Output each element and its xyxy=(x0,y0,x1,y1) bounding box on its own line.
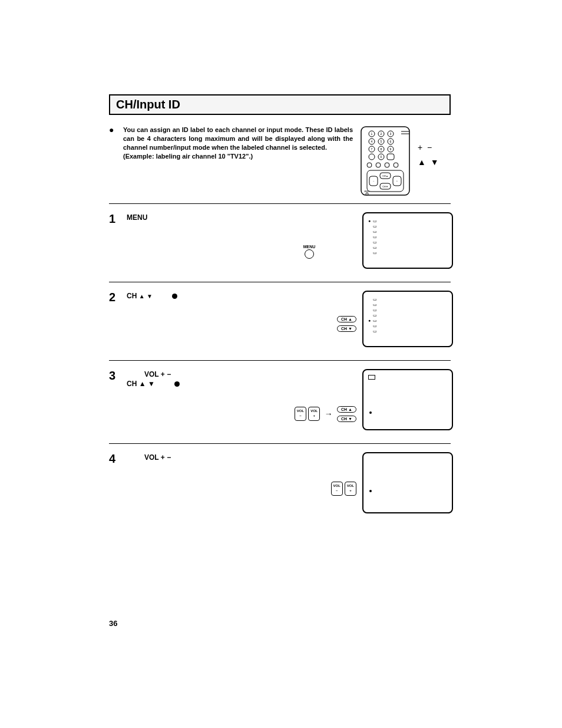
manual-page: CH/Input ID ● You can assign an ID label… xyxy=(0,0,562,728)
svg-point-25 xyxy=(385,163,389,167)
svg-text:4: 4 xyxy=(371,140,373,143)
screen-preview xyxy=(362,452,451,513)
remote-buttons: CH ▲ CH ▼ xyxy=(262,291,356,333)
osd-menu-list: ●▭ ▭ ▭ ▭ ▭ ▭ ▭ xyxy=(368,218,377,255)
svg-text:5: 5 xyxy=(381,140,382,143)
step-2: 2 CH ▲ ▼ CH ▲ CH ▼ ▭ xyxy=(109,282,451,360)
intro-text: You can assign an ID label to each chann… xyxy=(123,126,353,160)
vol-plus-button-icon: VOL+ xyxy=(345,482,356,496)
osd-content xyxy=(368,375,375,380)
remote-buttons: VOL– VOL+ xyxy=(262,452,356,496)
svg-text:0: 0 xyxy=(381,155,382,159)
svg-text:6: 6 xyxy=(390,140,392,143)
step-body: VOL + − CH ▲ ▼ xyxy=(127,369,262,388)
svg-text:CH▼: CH▼ xyxy=(382,185,388,188)
step-subheading: CH ▲ ▼ xyxy=(127,380,262,388)
ch-up-button-icon: CH ▲ xyxy=(337,406,356,413)
svg-text:CH▲: CH▲ xyxy=(382,174,388,177)
step-body: CH ▲ ▼ xyxy=(127,291,262,300)
legend-vol: + − xyxy=(418,140,441,155)
bullet-icon: ● xyxy=(109,126,117,134)
screen-preview: ▭ ▭ ▭ ▭ ●▭ ▭ ▭ xyxy=(362,291,451,347)
svg-text:3: 3 xyxy=(390,132,392,136)
remote-illustration: 123 456 789 0 CH▲ CH▼ – + xyxy=(359,126,412,196)
menu-button-icon: MENU xyxy=(262,245,356,259)
ch-up-button-icon: CH ▲ xyxy=(337,316,356,322)
remote-buttons: VOL– VOL+ → CH ▲ CH ▼ xyxy=(262,369,356,423)
vol-plus-button-icon: VOL+ xyxy=(308,407,320,421)
vol-minus-button-icon: VOL– xyxy=(331,482,343,496)
osd-menu-list: ▭ ▭ ▭ ▭ ●▭ ▭ ▭ xyxy=(368,297,377,334)
step-heading: VOL + − xyxy=(127,370,262,378)
osd-indicator-dot xyxy=(369,411,372,414)
svg-rect-12 xyxy=(387,154,394,160)
step-4: 4 VOL + − VOL– VOL+ xyxy=(109,443,451,526)
intro-row: ● You can assign an ID label to each cha… xyxy=(109,126,451,196)
step-1: 1 MENU MENU ●▭ ▭ ▭ xyxy=(109,203,451,282)
step-heading: VOL + − xyxy=(127,453,262,462)
content-area: CH/Input ID ● You can assign an ID label… xyxy=(109,94,451,526)
vol-minus-button-icon: VOL– xyxy=(295,407,306,421)
step-number: 3 xyxy=(109,369,127,383)
step-body: MENU xyxy=(127,212,262,222)
step-heading: CH ▲ ▼ xyxy=(127,292,262,300)
dot-icon xyxy=(172,294,177,299)
svg-text:MENU: MENU xyxy=(365,190,370,193)
dot-icon xyxy=(174,381,180,387)
intro-example: (Example: labeling air channel 10 "TV12"… xyxy=(123,153,253,160)
svg-text:8: 8 xyxy=(381,147,382,151)
svg-point-36 xyxy=(366,193,368,195)
legend-ch: ▲ ▼ xyxy=(418,155,441,170)
svg-text:1: 1 xyxy=(371,132,373,136)
step-number: 2 xyxy=(109,291,127,304)
svg-point-10 xyxy=(369,154,375,160)
svg-point-24 xyxy=(376,163,381,167)
intro-main: You can assign an ID label to each chann… xyxy=(123,126,353,151)
svg-text:7: 7 xyxy=(371,147,373,151)
step-body: VOL + − xyxy=(127,452,262,462)
svg-text:9: 9 xyxy=(390,147,392,151)
svg-text:2: 2 xyxy=(381,132,382,136)
ch-down-button-icon: CH ▼ xyxy=(337,416,356,422)
step-heading: MENU xyxy=(127,213,262,222)
screen-preview xyxy=(362,369,451,430)
remote-buttons: MENU xyxy=(262,212,356,259)
section-title: CH/Input ID xyxy=(109,94,451,115)
ch-down-button-icon: CH ▼ xyxy=(337,325,356,332)
osd-indicator-dot xyxy=(369,490,372,492)
svg-point-26 xyxy=(394,163,398,167)
step-number: 1 xyxy=(109,212,127,226)
page-number: 36 xyxy=(109,619,117,628)
step-number: 4 xyxy=(109,452,127,466)
callout-legend: + − ▲ ▼ xyxy=(418,126,441,170)
step-3: 3 VOL + − CH ▲ ▼ xyxy=(109,360,451,443)
arrow-right-icon: → xyxy=(325,409,333,419)
screen-preview: ●▭ ▭ ▭ ▭ ▭ ▭ ▭ xyxy=(362,212,451,269)
svg-point-23 xyxy=(367,163,372,167)
